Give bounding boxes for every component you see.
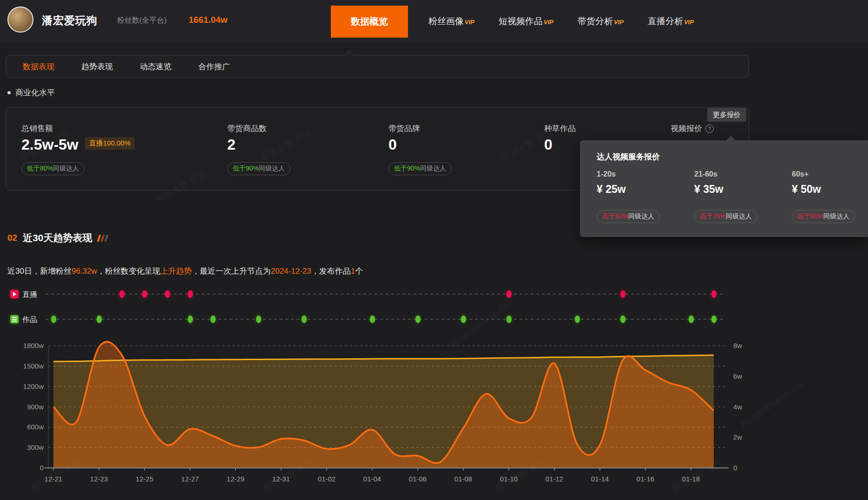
svg-text:1800w: 1800w xyxy=(23,342,44,349)
quote-price: ¥ 50w xyxy=(792,183,821,196)
dashboard-page: 潘宏爱玩狗 粉丝数(全平台) 1661.04w 数据概览粉丝画像VIP短视频作品… xyxy=(0,0,868,500)
svg-text:01-04: 01-04 xyxy=(363,475,381,483)
metric-label: 种草作品 xyxy=(544,123,576,134)
quote-price: ¥ 25w xyxy=(597,183,626,196)
live-dot xyxy=(188,290,193,298)
help-icon[interactable]: ? xyxy=(705,125,714,133)
works-dot xyxy=(461,316,466,323)
metric-label: 带货品牌 xyxy=(388,123,420,134)
svg-text:12-25: 12-25 xyxy=(136,475,153,483)
svg-text:01-06: 01-06 xyxy=(409,475,427,483)
fans-count-value: 1661.04w xyxy=(189,15,227,25)
watermark: 新榜有数·新抖 xyxy=(493,457,548,493)
section-number: 02 xyxy=(7,233,17,243)
nav-tab-label: 直播分析 xyxy=(648,16,683,26)
works-timeline-row: 作品 xyxy=(0,314,868,325)
works-dot xyxy=(188,316,193,323)
nav-tab-直播分析[interactable]: 直播分析VIP xyxy=(648,15,694,27)
works-dot xyxy=(256,316,261,323)
svg-text:900w: 900w xyxy=(27,403,44,411)
badge-highlight: 高于60% xyxy=(602,212,628,220)
svg-text:12-27: 12-27 xyxy=(181,475,199,483)
subtab-合作推广[interactable]: 合作推广 xyxy=(198,61,230,72)
nav-tab-短视频作品[interactable]: 短视频作品VIP xyxy=(499,15,553,27)
live-dot xyxy=(119,290,125,298)
works-dot xyxy=(302,316,307,323)
live-dot xyxy=(620,290,625,298)
works-dot xyxy=(711,316,717,323)
svg-text:01-10: 01-10 xyxy=(500,475,518,483)
subtab-数据表现[interactable]: 数据表现 xyxy=(23,61,54,72)
nav-tab-粉丝画像[interactable]: 粉丝画像VIP xyxy=(428,15,474,27)
badge-rest: 同级达人 xyxy=(53,164,79,172)
badge-rest: 同级达人 xyxy=(420,164,446,172)
popup-title: 达人视频服务报价 xyxy=(597,151,660,162)
nav-tab-label: 数据概览 xyxy=(351,16,388,26)
nav-tab-带货分析[interactable]: 带货分析VIP xyxy=(578,15,624,27)
desc-text: 个 xyxy=(355,267,363,276)
bullet-icon xyxy=(7,91,11,94)
badge-rest: 同级达人 xyxy=(628,212,654,220)
works-dot xyxy=(210,316,216,323)
works-dot xyxy=(415,316,421,323)
svg-text:0: 0 xyxy=(40,464,44,472)
desc-highlight: 上升趋势 xyxy=(160,267,192,276)
header: 潘宏爱玩狗 粉丝数(全平台) 1661.04w 数据概览粉丝画像VIP短视频作品… xyxy=(0,0,868,43)
works-dot xyxy=(620,316,625,323)
metric-value: 0 xyxy=(388,136,397,153)
svg-text:6w: 6w xyxy=(733,372,742,380)
badge-highlight: 低于90% xyxy=(233,164,259,172)
metric-value: 0 xyxy=(544,136,552,153)
works-dot xyxy=(506,316,512,323)
vip-badge: VIP xyxy=(465,19,474,26)
svg-text:01-08: 01-08 xyxy=(454,475,472,483)
live-dot xyxy=(165,290,170,298)
vip-badge: VIP xyxy=(684,19,694,26)
works-label: 作品 xyxy=(22,315,37,325)
nav-tab-数据概览[interactable]: 数据概览 xyxy=(331,6,408,38)
subtab-趋势表现[interactable]: 趋势表现 xyxy=(81,61,113,72)
desc-highlight: 2024-12-23 xyxy=(271,267,311,276)
desc-highlight: 1 xyxy=(351,267,355,276)
svg-text:300w: 300w xyxy=(27,443,44,451)
live-share-tag: 直播100.00% xyxy=(85,137,135,150)
badge-highlight: 低于90% xyxy=(394,164,420,172)
metric-value: 2.5w-5w直播100.00% xyxy=(21,136,135,153)
commerce-section-header: 商业化水平 xyxy=(7,87,55,98)
live-play-icon xyxy=(10,290,19,298)
peer-compare-badge: 高于80%同级达人 xyxy=(792,210,855,223)
trend-section-header: 02 近30天趋势表现 xyxy=(7,231,109,244)
watermark: 新榜有数·新抖 xyxy=(261,457,316,493)
desc-text: ，粉丝数变化呈现 xyxy=(97,267,160,276)
video-quote-popup: 达人视频服务报价 1-20s¥ 25w高于60%同级达人21-60s¥ 35w高… xyxy=(580,140,868,237)
peer-compare-badge: 高于70%同级达人 xyxy=(694,210,757,223)
more-quote-button[interactable]: 更多报价 xyxy=(707,108,746,122)
section-title: 近30天趋势表现 xyxy=(23,231,92,244)
quote-duration: 21-60s xyxy=(694,170,717,178)
svg-text:0: 0 xyxy=(733,464,737,472)
svg-text:8w: 8w xyxy=(733,342,742,349)
peer-compare-badge: 低于90%同级达人 xyxy=(227,162,290,175)
badge-rest: 同级达人 xyxy=(823,212,849,220)
desc-highlight: 96.32w xyxy=(72,267,97,276)
live-label: 直播 xyxy=(22,290,37,300)
works-doc-icon xyxy=(10,315,19,323)
svg-text:2w: 2w xyxy=(733,433,742,441)
nav-tabs: 数据概览粉丝画像VIP短视频作品VIP带货分析VIP直播分析VIP xyxy=(331,0,718,43)
nav-tab-label: 粉丝画像 xyxy=(428,16,464,26)
subtab-动态速览[interactable]: 动态速览 xyxy=(140,61,171,72)
badge-rest: 同级达人 xyxy=(726,212,752,220)
badge-highlight: 低于80% xyxy=(27,164,53,172)
desc-text: ，最近一次上升节点为 xyxy=(192,267,271,276)
creator-name: 潘宏爱玩狗 xyxy=(42,13,98,28)
svg-text:1200w: 1200w xyxy=(23,382,44,390)
watermark: 新榜有数·新抖 xyxy=(28,457,83,493)
badge-rest: 同级达人 xyxy=(259,164,285,172)
works-dot xyxy=(575,316,580,323)
svg-text:01-16: 01-16 xyxy=(637,475,654,483)
avatar[interactable] xyxy=(7,7,33,33)
watermark: XD.NEWRANK.CN xyxy=(738,379,805,431)
svg-text:01-02: 01-02 xyxy=(318,475,335,483)
svg-text:01-12: 01-12 xyxy=(546,475,563,483)
svg-text:12-23: 12-23 xyxy=(90,475,108,483)
